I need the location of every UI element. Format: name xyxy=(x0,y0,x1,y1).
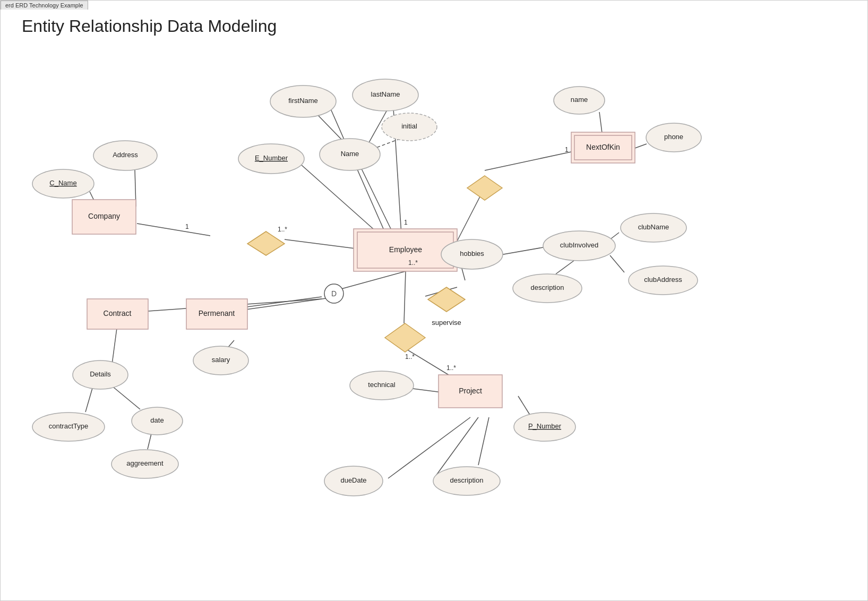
svg-line-14 xyxy=(635,144,647,148)
permenant-label: Permenant xyxy=(199,309,235,317)
company-label: Company xyxy=(88,212,120,220)
contracttype-label: contractType xyxy=(49,422,88,430)
project-label: Project xyxy=(459,387,482,395)
card-1star-project-b: 1..* xyxy=(405,353,415,360)
page-container: erd ERD Technology Example Entity Relati… xyxy=(0,0,868,601)
card-1-nextofkin: 1 xyxy=(565,146,569,153)
kin-name-label: name xyxy=(571,96,588,104)
kin-rel-diamond xyxy=(467,176,502,200)
duedate-label: dueDate xyxy=(340,476,366,484)
date-label: date xyxy=(150,416,164,424)
clubname-label: clubName xyxy=(638,223,669,231)
svg-line-17 xyxy=(610,233,619,239)
svg-line-16 xyxy=(497,247,543,255)
supervise-diamond xyxy=(428,287,465,312)
descriptionp-label: description xyxy=(450,476,484,484)
svg-line-2 xyxy=(330,107,388,239)
clubinvolved-label: clubInvolved xyxy=(560,241,598,249)
pnumber-label: P_Number xyxy=(528,422,562,430)
svg-line-24 xyxy=(112,324,117,364)
svg-line-4 xyxy=(360,167,393,234)
svg-line-1 xyxy=(137,224,210,236)
card-1star-project-a: 1..* xyxy=(446,364,456,372)
card-1-employee-kin: 1 xyxy=(404,219,408,226)
card-1star-employee-proj: 1..* xyxy=(408,259,418,267)
technical-label: technical xyxy=(368,381,395,389)
svg-line-18 xyxy=(610,255,624,272)
enumber-label: E_Number xyxy=(255,154,288,162)
contract-label: Contract xyxy=(104,309,132,317)
svg-line-19 xyxy=(556,261,574,274)
erd-diagram: supervise Company Employee NextOfKin Con… xyxy=(1,1,868,601)
card-1-company: 1 xyxy=(185,223,189,230)
aggreement-label: aggreement xyxy=(126,459,164,467)
card-1star-workfor: 1..* xyxy=(278,226,287,233)
employee-label: Employee xyxy=(389,245,422,254)
clubaddress-label: clubAddress xyxy=(644,276,682,284)
works-for-diamond xyxy=(247,231,285,255)
phone-label: phone xyxy=(664,133,683,141)
name-label: Name xyxy=(341,150,359,158)
details-label: Details xyxy=(90,370,111,378)
description2-label: description xyxy=(531,284,564,291)
lastname-label: lastName xyxy=(371,90,400,98)
supervise-label: supervise xyxy=(432,319,461,327)
hobbies-label: hobbies xyxy=(460,250,484,257)
svg-line-12 xyxy=(485,152,571,170)
firstname-label: firstName xyxy=(288,97,318,105)
svg-line-29 xyxy=(404,271,406,323)
svg-line-20 xyxy=(338,271,406,290)
svg-text:D: D xyxy=(331,289,337,298)
cname-label: C_Name xyxy=(49,179,76,187)
address-label: Address xyxy=(113,151,138,159)
salary-label: salary xyxy=(212,356,230,364)
svg-line-36 xyxy=(478,417,489,465)
nextofkin-label: NextOfKin xyxy=(586,143,620,151)
project-rel-diamond xyxy=(385,323,425,352)
initial-label: initial xyxy=(401,122,417,130)
